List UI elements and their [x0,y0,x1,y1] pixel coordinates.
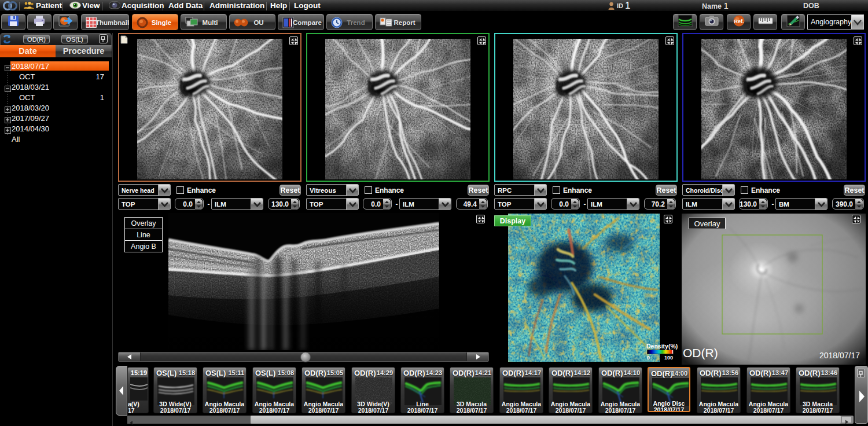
svg-text:Ref.: Ref. [734,19,744,24]
